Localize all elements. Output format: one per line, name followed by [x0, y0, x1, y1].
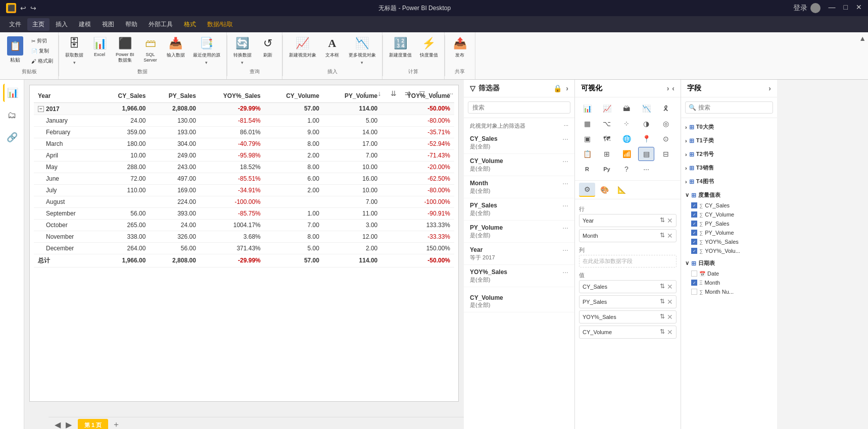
- field-group-measures-header[interactable]: ∨ ⊞ 度量值表: [681, 189, 777, 201]
- menu-home[interactable]: 主页: [27, 18, 50, 31]
- collapse-all-btn[interactable]: ⇉: [402, 87, 414, 99]
- nav-report[interactable]: 📊: [3, 84, 21, 102]
- viz-icon-gauge[interactable]: ⊙: [658, 132, 674, 146]
- field-group-t0-header[interactable]: › ⊞ T0大类: [681, 121, 777, 133]
- more-visuals-button[interactable]: 📉 更多视觉对象 ▾: [346, 34, 379, 67]
- maximize-btn[interactable]: □: [844, 3, 848, 13]
- get-data-button[interactable]: 🗄 获取数据 ▾: [62, 34, 86, 67]
- viz-tab-analytics[interactable]: 📐: [613, 183, 630, 197]
- field-item-yoy-sales[interactable]: ✓ ∑ YOY%_Sales: [681, 237, 777, 246]
- field-group-t1-header[interactable]: › ⊞ T1子类: [681, 135, 777, 146]
- field-item-yoy-volume[interactable]: ✓ ∑ YOY%_Volu...: [681, 246, 777, 255]
- field-group-date-header[interactable]: ∨ ⊞ 日期表: [681, 257, 777, 269]
- filter-section-more[interactable]: ···: [564, 122, 568, 128]
- menu-data[interactable]: 数据/钻取: [202, 18, 238, 31]
- viz-tab-format[interactable]: 🎨: [596, 183, 612, 197]
- nav-model[interactable]: 🔗: [3, 128, 21, 146]
- fields-expand-btn[interactable]: ›: [768, 84, 771, 92]
- viz-val-py-sales[interactable]: PY_Sales ⇅ ✕: [579, 295, 677, 308]
- field-group-t3-header[interactable]: › ⊞ T3销售: [681, 162, 777, 174]
- format-painter-button[interactable]: 🖌格式刷: [29, 57, 55, 66]
- table-scroll[interactable]: Year CY_Sales PY_Sales YOY%_Sales CY_Vol…: [30, 85, 458, 401]
- field-item-cy-volume[interactable]: ✓ ∑ CY_Volume: [681, 210, 777, 219]
- filter-month-more[interactable]: ···: [562, 179, 568, 187]
- viz-icon-r[interactable]: R: [579, 162, 595, 176]
- viz-icon-map[interactable]: 🗺: [599, 132, 615, 146]
- viz-val-cy-volume-remove[interactable]: ✕: [667, 328, 673, 336]
- field-item-date[interactable]: 📅 Date: [681, 269, 777, 278]
- excel-button[interactable]: 📊 Excel: [88, 34, 111, 59]
- field-item-py-volume[interactable]: ✓ ∑ PY_Volume: [681, 228, 777, 237]
- viz-icon-table[interactable]: ▤: [638, 147, 654, 161]
- more-options-btn[interactable]: ···: [444, 87, 456, 99]
- viz-val-yoy-sales[interactable]: YOY%_Sales ⇅ ✕: [579, 310, 677, 324]
- menu-insert[interactable]: 插入: [51, 18, 73, 31]
- viz-icon-line[interactable]: 📈: [599, 101, 615, 116]
- page-tab-1[interactable]: 第 1 页: [78, 419, 108, 430]
- viz-icon-funnel[interactable]: ⌥: [599, 117, 615, 131]
- menu-model[interactable]: 建模: [74, 18, 96, 31]
- viz-val-py-sales-remove[interactable]: ✕: [667, 298, 673, 306]
- copy-button[interactable]: 📄复制: [29, 46, 55, 56]
- viz-val-cy-sales-sort[interactable]: ⇅: [660, 283, 665, 291]
- field-item-py-sales[interactable]: ✓ ∑ PY_Sales: [681, 219, 777, 228]
- viz-icon-card[interactable]: 📋: [579, 147, 595, 161]
- cut-button[interactable]: ✂剪切: [29, 36, 55, 45]
- expand-all-btn[interactable]: ⇊: [388, 87, 400, 99]
- viz-icon-qna[interactable]: ?: [618, 162, 635, 176]
- filter-py-volume-more[interactable]: ···: [562, 224, 568, 232]
- quick-measure-button[interactable]: ⚡ 快度量值: [417, 34, 441, 61]
- redo-btn[interactable]: ↪: [30, 4, 36, 12]
- viz-expand-btn[interactable]: ›: [667, 84, 669, 92]
- drill-up-btn[interactable]: ↑: [359, 87, 371, 99]
- menu-external[interactable]: 外部工具: [143, 18, 178, 31]
- refresh-button[interactable]: ↺ 刷新: [257, 34, 279, 61]
- add-page-btn[interactable]: ＋: [110, 419, 122, 430]
- text-box-button[interactable]: A 文本框: [321, 34, 344, 61]
- viz-icon-combo[interactable]: 📉: [638, 101, 654, 116]
- viz-collapse-btn2[interactable]: ‹: [672, 84, 674, 92]
- viz-icon-filled-map[interactable]: 🌐: [618, 132, 635, 146]
- filter-search-input[interactable]: [468, 101, 570, 114]
- filter-py-sales-more[interactable]: ···: [562, 201, 568, 209]
- viz-icon-scatter[interactable]: ⁘: [618, 117, 635, 131]
- field-item-month-num[interactable]: ∑ Month Nu...: [681, 287, 777, 296]
- viz-row-month-sort[interactable]: ⇅: [660, 232, 665, 240]
- enter-data-button[interactable]: 📥 输入数据: [164, 34, 188, 61]
- publish-button[interactable]: 📤 发布: [449, 34, 471, 61]
- new-visual-button[interactable]: 📈 新建视觉对象: [286, 34, 319, 61]
- new-measure-button[interactable]: 🔢 新建度量值: [386, 34, 415, 61]
- menu-view[interactable]: 视图: [97, 18, 119, 31]
- recent-sources-button[interactable]: 📑 最近使用的源 ▾: [190, 34, 223, 67]
- viz-icon-treemap[interactable]: ▣: [579, 132, 595, 146]
- viz-icon-multi-card[interactable]: ⊞: [599, 147, 615, 161]
- viz-row-year-remove[interactable]: ✕: [667, 217, 673, 225]
- filter-yoy-sales-more[interactable]: ···: [562, 268, 568, 276]
- viz-icon-python[interactable]: Py: [599, 162, 615, 176]
- viz-val-py-sales-sort[interactable]: ⇅: [660, 298, 665, 306]
- menu-file[interactable]: 文件: [4, 18, 26, 31]
- viz-icon-pie[interactable]: ◑: [638, 117, 654, 131]
- filter-cy-sales-more[interactable]: ···: [562, 135, 568, 143]
- menu-help[interactable]: 帮助: [120, 18, 142, 31]
- viz-val-yoy-sales-remove[interactable]: ✕: [667, 313, 673, 321]
- ribbon-collapse-btn[interactable]: ▲: [859, 34, 866, 42]
- menu-format[interactable]: 格式: [179, 18, 201, 31]
- viz-col-placeholder[interactable]: 在此处添加数据字段: [579, 255, 677, 267]
- field-item-cy-sales[interactable]: ✓ ∑ CY_Sales: [681, 201, 777, 210]
- viz-val-cy-volume[interactable]: CY_Volume ⇅ ✕: [579, 326, 677, 339]
- paste-button[interactable]: 📋 粘贴: [3, 34, 27, 66]
- powerbi-dataset-button[interactable]: ⬛ Power BI数据集: [113, 34, 137, 65]
- filter-visual-btn[interactable]: ▽: [416, 87, 428, 99]
- nav-data[interactable]: 🗂: [3, 106, 21, 124]
- sql-server-button[interactable]: 🗃 SQLServer: [139, 34, 162, 65]
- filter-lock-btn[interactable]: 🔒: [553, 84, 562, 92]
- viz-tab-build[interactable]: ⚙: [579, 183, 595, 197]
- close-btn[interactable]: ✕: [856, 3, 862, 13]
- viz-val-cy-volume-sort[interactable]: ⇅: [660, 328, 665, 336]
- field-group-t2-header[interactable]: › ⊞ T2书号: [681, 148, 777, 160]
- undo-btn[interactable]: ↩: [20, 4, 26, 12]
- focus-mode-btn[interactable]: ⤢: [430, 87, 442, 99]
- viz-icon-bar[interactable]: 📊: [579, 101, 595, 116]
- fields-search-input[interactable]: [696, 103, 769, 112]
